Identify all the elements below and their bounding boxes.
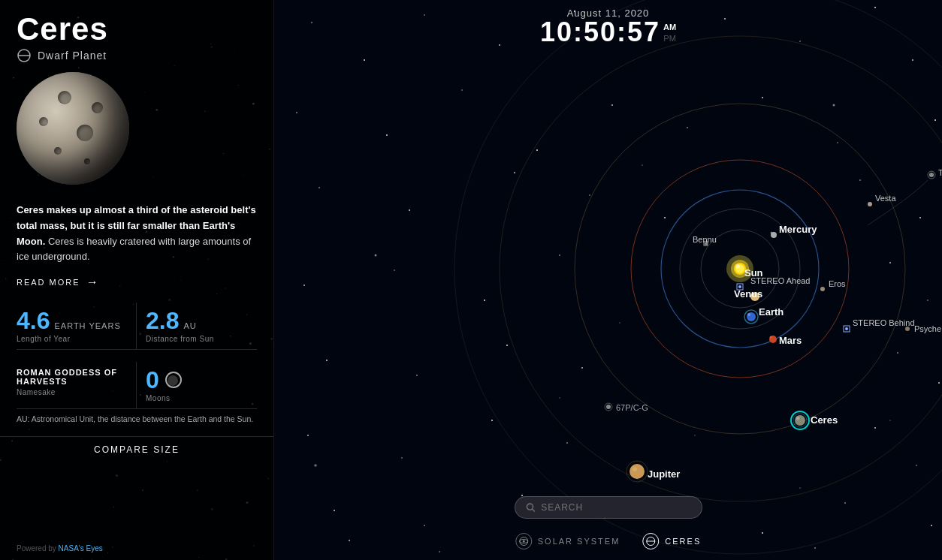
svg-text:Tempel 1: Tempel 1	[938, 168, 942, 177]
svg-point-90	[795, 415, 805, 426]
svg-point-20	[837, 142, 838, 143]
svg-point-128	[527, 504, 533, 510]
datetime-display: August 11, 2020 10:50:57 AM PM	[540, 8, 676, 46]
svg-point-110	[606, 405, 611, 409]
svg-text:67P/C-G: 67P/C-G	[616, 403, 648, 412]
year-label: Length of Year	[17, 335, 127, 343]
svg-point-33	[889, 262, 891, 263]
compare-size-button[interactable]: COMPARE SIZE	[0, 436, 273, 462]
svg-point-35	[326, 360, 328, 361]
svg-point-9	[724, 18, 726, 20]
moons-row: 0	[146, 368, 248, 392]
distance-label: Distance from Sun	[146, 335, 257, 343]
svg-text:STEREO Behind: STEREO Behind	[853, 318, 915, 327]
svg-line-129	[532, 509, 534, 511]
distance-value: 2.8 AU	[146, 309, 257, 333]
solar-system-tab-icon	[515, 533, 532, 549]
svg-point-89	[770, 336, 772, 339]
svg-point-28	[919, 217, 921, 218]
svg-point-13	[296, 112, 297, 113]
svg-point-54	[439, 551, 439, 552]
svg-point-30	[394, 269, 394, 270]
stats-grid: 4.6 EARTH YEARS Length of Year 2.8 AU Di…	[17, 303, 257, 350]
bottom-tabs: SOLAR SYSTEM CERES	[515, 533, 701, 549]
dwarf-planet-icon	[17, 48, 32, 63]
svg-point-59	[314, 464, 317, 467]
moons-stat: 0 Moons	[137, 362, 257, 408]
svg-point-63	[642, 164, 642, 165]
svg-point-58	[833, 104, 835, 107]
svg-point-6	[499, 44, 500, 46]
svg-point-39	[897, 352, 898, 354]
svg-point-44	[566, 442, 568, 444]
svg-text:Venus: Venus	[734, 288, 762, 300]
svg-point-41	[307, 435, 309, 436]
svg-point-86	[747, 313, 750, 316]
svg-point-46	[916, 465, 916, 465]
svg-text:Mercury: Mercury	[779, 224, 817, 235]
planet-type-label: Dwarf Planet	[38, 50, 107, 62]
ceres-tab-label: CERES	[665, 537, 701, 546]
svg-point-21	[934, 119, 936, 121]
svg-point-51	[844, 502, 846, 504]
moons-value: 0	[146, 368, 159, 392]
svg-point-5	[424, 14, 424, 15]
namesake-label: Namesake	[17, 388, 127, 396]
time-display: 10:50:57 AM PM	[540, 19, 676, 46]
svg-point-22	[319, 187, 320, 188]
svg-point-48	[424, 525, 425, 526]
year-value: 4.6 EARTH YEARS	[17, 309, 127, 333]
moons-label: Moons	[146, 394, 248, 402]
svg-point-14	[386, 134, 388, 136]
svg-point-94	[630, 464, 645, 479]
svg-point-32	[559, 254, 560, 256]
svg-point-91	[796, 417, 800, 420]
svg-point-47	[334, 510, 335, 511]
svg-point-15	[461, 89, 462, 90]
svg-point-27	[859, 179, 861, 181]
namesake-stat: ROMAN GODDESS OF HARVESTS Namesake	[17, 362, 137, 408]
distance-stat: 2.8 AU Distance from Sun	[137, 303, 257, 350]
svg-point-66	[890, 420, 891, 421]
svg-point-16	[536, 149, 538, 151]
svg-point-31	[484, 300, 485, 301]
search-input[interactable]	[541, 502, 690, 513]
svg-point-95	[633, 467, 637, 471]
svg-point-38	[581, 367, 583, 369]
tab-ceres[interactable]: CERES	[642, 533, 701, 549]
svg-point-102	[929, 173, 934, 177]
ceres-tab-icon	[642, 533, 659, 549]
read-more-link[interactable]: READ MORE →	[17, 275, 257, 289]
svg-text:Mars: Mars	[779, 335, 802, 346]
svg-point-64	[695, 435, 696, 436]
tab-solar-system[interactable]: SOLAR SYSTEM	[515, 533, 620, 549]
svg-point-43	[491, 420, 493, 421]
solar-system-svg: Mercury Venus Earth Mars Ceres Jupiter S…	[274, 0, 942, 560]
info-panel: Ceres Dwarf Planet Ceres makes up almost…	[0, 0, 274, 560]
svg-text:Ceres: Ceres	[811, 414, 838, 426]
svg-point-11	[874, 7, 876, 8]
svg-point-56	[814, 547, 816, 549]
svg-point-23	[409, 209, 410, 211]
svg-point-62	[560, 398, 560, 399]
solar-system-tab-label: SOLAR SYSTEM	[538, 537, 620, 546]
svg-point-61	[620, 323, 620, 324]
svg-point-10	[799, 41, 800, 41]
namesake-moons-row: ROMAN GODDESS OF HARVESTS Namesake 0 Moo…	[17, 362, 257, 409]
svg-point-53	[349, 540, 350, 541]
svg-point-52	[931, 525, 932, 526]
svg-text:Psyche: Psyche	[914, 324, 941, 333]
powered-by: Powered by NASA's Eyes	[17, 544, 103, 552]
ampm-indicator: AM PM	[663, 22, 676, 45]
svg-point-36	[416, 375, 418, 376]
planet-title: Ceres	[17, 14, 257, 45]
svg-point-25	[589, 194, 590, 195]
svg-point-18	[687, 127, 688, 128]
svg-point-55	[762, 532, 763, 534]
search-bar[interactable]	[515, 496, 702, 519]
svg-point-132	[522, 540, 524, 543]
svg-point-65	[799, 487, 800, 488]
planet-type-row: Dwarf Planet	[17, 48, 257, 63]
svg-point-19	[762, 97, 763, 98]
svg-point-29	[303, 285, 305, 286]
